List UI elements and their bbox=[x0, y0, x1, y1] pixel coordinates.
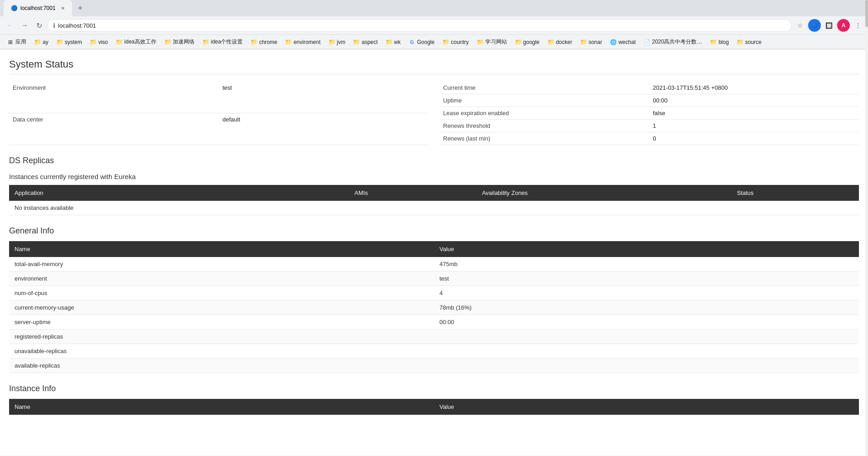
uptime-label: Uptime bbox=[439, 94, 649, 107]
row-value: 00:00 bbox=[434, 315, 859, 330]
folder-icon: 📁 bbox=[515, 39, 522, 45]
lock-icon: ℹ bbox=[53, 22, 55, 29]
current-time-label: Current time bbox=[439, 82, 649, 94]
col-value: Value bbox=[434, 241, 859, 257]
folder-icon: 📁 bbox=[710, 39, 717, 45]
folder-icon: 📁 bbox=[57, 39, 63, 45]
row-name: server-uptime bbox=[9, 315, 434, 330]
bookmark-viso[interactable]: 📁 viso bbox=[87, 38, 112, 46]
bookmark-blog[interactable]: 📁 blog bbox=[707, 38, 732, 46]
row-value bbox=[434, 330, 859, 344]
bookmark-sonar[interactable]: 📁 sonar bbox=[577, 38, 606, 46]
lease-value: false bbox=[649, 107, 859, 120]
table-row: registered-replicas bbox=[9, 330, 859, 344]
instance-info-title: Instance Info bbox=[9, 384, 859, 393]
table-row: No instances available bbox=[9, 201, 859, 215]
renews-threshold-value: 1 bbox=[649, 120, 859, 132]
col-value: Value bbox=[434, 399, 859, 415]
table-row: Renews threshold 1 bbox=[439, 120, 859, 132]
menu-button[interactable]: ⋮ bbox=[852, 19, 864, 32]
bookmark-enviroment[interactable]: 📁 enviroment bbox=[282, 38, 324, 46]
bookmark-aspect[interactable]: 📁 aspect bbox=[350, 38, 381, 46]
env-value: test bbox=[219, 82, 429, 113]
general-info-title: General Info bbox=[9, 226, 859, 236]
env-label: Environment bbox=[9, 82, 219, 113]
active-tab[interactable]: 🔵 localhost:7001 ✕ bbox=[4, 0, 72, 16]
folder-icon: 📁 bbox=[203, 39, 209, 45]
row-name: num-of-cpus bbox=[9, 286, 434, 301]
forward-button[interactable]: → bbox=[18, 19, 31, 32]
bookmark-study[interactable]: 📁 学习网站 bbox=[473, 37, 511, 47]
bookmark-country[interactable]: 📁 country bbox=[439, 38, 472, 46]
extension-puzzle-button[interactable]: 🔲 bbox=[823, 19, 835, 32]
bookmark-chrome[interactable]: 📁 chrome bbox=[247, 38, 281, 46]
renews-threshold-label: Renews threshold bbox=[439, 120, 649, 132]
bookmark-docker[interactable]: 📁 docker bbox=[544, 38, 576, 46]
bookmark-wk[interactable]: 📁 wk bbox=[382, 38, 405, 46]
current-time-value: 2021-03-17T15:51:45 +0800 bbox=[649, 82, 859, 94]
page-title: System Status bbox=[9, 58, 859, 74]
renews-lastmin-value: 0 bbox=[649, 132, 859, 145]
table-row: current-memory-usage78mb (16%) bbox=[9, 301, 859, 315]
bookmarks-apps-btn[interactable]: ⊞ 应用 bbox=[4, 37, 30, 47]
bookmark-idea-settings[interactable]: 📁 idea个性设置 bbox=[199, 37, 247, 47]
row-value bbox=[434, 359, 859, 373]
folder-icon: 📁 bbox=[477, 39, 483, 45]
reload-button[interactable]: ↻ bbox=[33, 19, 45, 32]
table-row: available-replicas bbox=[9, 359, 859, 373]
row-name: environment bbox=[9, 272, 434, 286]
tab-close-icon[interactable]: ✕ bbox=[61, 5, 65, 11]
bookmark-jvm[interactable]: 📁 jvm bbox=[325, 38, 349, 46]
bookmark-ay[interactable]: 📁 ay bbox=[31, 38, 52, 46]
row-name: registered-replicas bbox=[9, 330, 434, 344]
row-value bbox=[434, 344, 859, 359]
nav-actions: ☆ 🔵 🔲 A ⋮ bbox=[794, 19, 864, 32]
bookmark-source[interactable]: 📁 source bbox=[733, 38, 765, 46]
apps-icon: ⊞ bbox=[7, 39, 14, 45]
row-value: 475mb bbox=[434, 257, 859, 272]
browser-chrome: 🔵 localhost:7001 ✕ + ← → ↻ ℹ localhost:7… bbox=[0, 0, 868, 49]
instances-title: Instances currently registered with Eure… bbox=[9, 173, 859, 180]
bookmark-idea-work[interactable]: 📁 idea高效工作 bbox=[112, 37, 160, 47]
bookmark-exam[interactable]: 📄 2020高共中考分数… bbox=[640, 37, 706, 47]
url-text: localhost:7001 bbox=[58, 22, 96, 29]
tab-bar: 🔵 localhost:7001 ✕ + bbox=[0, 0, 868, 16]
table-row: environmenttest bbox=[9, 272, 859, 286]
bookmark-google[interactable]: G Google bbox=[405, 38, 439, 46]
folder-icon: 📁 bbox=[251, 39, 257, 45]
bookmark-system[interactable]: 📁 system bbox=[53, 38, 86, 46]
scrollbar-thumb[interactable] bbox=[865, 0, 868, 27]
bookmark-star-button[interactable]: ☆ bbox=[794, 19, 806, 32]
bookmark-jiasu[interactable]: 📁 加速网络 bbox=[161, 37, 198, 47]
col-name: Name bbox=[9, 399, 434, 415]
address-bar[interactable]: ℹ localhost:7001 bbox=[47, 19, 792, 32]
nav-bar: ← → ↻ ℹ localhost:7001 ☆ 🔵 🔲 A ⋮ bbox=[0, 16, 868, 34]
folder-icon: 📁 bbox=[580, 39, 587, 45]
row-name: current-memory-usage bbox=[9, 301, 434, 315]
new-tab-btn[interactable]: + bbox=[74, 4, 86, 13]
google-icon: G bbox=[409, 39, 415, 45]
row-value: 78mb (16%) bbox=[434, 301, 859, 315]
col-amis: AMIs bbox=[349, 185, 477, 201]
folder-icon: 📁 bbox=[329, 39, 335, 45]
bookmarks-bar: ⊞ 应用 📁 ay 📁 system 📁 viso 📁 idea高效工作 📁 加… bbox=[0, 34, 868, 49]
back-button[interactable]: ← bbox=[4, 19, 16, 32]
table-row: Uptime 00:00 bbox=[439, 94, 859, 107]
instances-table: Application AMIs Availability Zones Stat… bbox=[9, 185, 859, 215]
folder-icon: 📁 bbox=[443, 39, 449, 45]
system-status-grid: Environment test Data center default Cur… bbox=[9, 82, 859, 145]
tab-title: localhost:7001 bbox=[20, 5, 55, 11]
bookmark-google2[interactable]: 📁 google bbox=[512, 38, 543, 46]
table-row: Data center default bbox=[9, 113, 429, 145]
row-name: available-replicas bbox=[9, 359, 434, 373]
folder-icon: 📁 bbox=[548, 39, 554, 45]
datacenter-value: default bbox=[219, 113, 429, 145]
extension-icon[interactable]: 🔵 bbox=[808, 19, 821, 32]
row-value: test bbox=[434, 272, 859, 286]
general-info-table: Name Value total-avail-memory475mbenviro… bbox=[9, 241, 859, 373]
profile-avatar[interactable]: A bbox=[837, 19, 850, 32]
bookmark-wechat[interactable]: 🌐 wechat bbox=[607, 38, 639, 46]
table-row: Renews (last min) 0 bbox=[439, 132, 859, 145]
scrollbar-track[interactable] bbox=[865, 0, 868, 456]
row-name: total-avail-memory bbox=[9, 257, 434, 272]
